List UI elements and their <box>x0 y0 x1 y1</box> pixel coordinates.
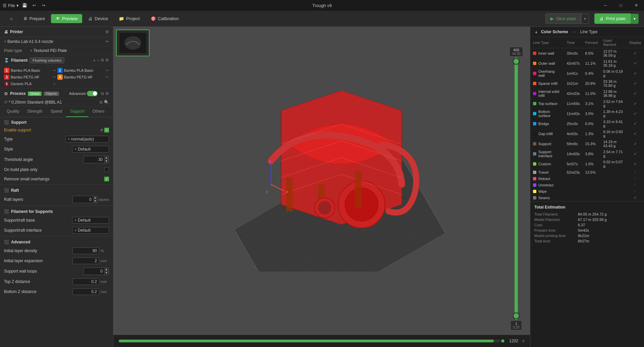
save-icon[interactable]: 💾 <box>21 2 28 9</box>
initial-density-input[interactable] <box>72 247 99 254</box>
col-display-cell[interactable]: ✓ <box>627 58 644 68</box>
col-display-cell[interactable]: ✓ <box>627 175 644 182</box>
display-check[interactable]: ✓ <box>634 71 637 76</box>
enable-support-reset[interactable]: ↺ <box>100 128 103 132</box>
filament-edit-icon[interactable]: ✏ <box>106 75 109 79</box>
tab-strength[interactable]: Strength <box>23 106 46 117</box>
display-check-off[interactable]: ✓ <box>634 183 637 187</box>
display-check[interactable]: ✓ <box>634 131 637 136</box>
minimize-button[interactable]: ─ <box>598 0 613 11</box>
maximize-button[interactable]: □ <box>613 0 629 11</box>
raft-up[interactable]: ▲ <box>93 196 98 199</box>
raft-layers-input[interactable] <box>73 196 93 203</box>
viewport[interactable]: z x y 469 44.00 1 0.20 <box>113 27 530 347</box>
wall-loops-up[interactable]: ▲ <box>104 268 109 271</box>
display-check-off[interactable]: ✓ <box>634 189 637 193</box>
remove-overhangs-checkbox[interactable]: ✓ <box>104 177 109 181</box>
col-display-cell[interactable]: ✓ <box>627 99 644 109</box>
tab-others[interactable]: Others <box>88 106 108 117</box>
col-display-cell[interactable]: ✓ <box>627 182 644 188</box>
display-check-off[interactable]: ✓ <box>634 176 637 180</box>
col-display-cell[interactable]: ✓ <box>627 169 644 175</box>
display-check[interactable]: ✓ <box>634 141 637 146</box>
prepare-tab[interactable]: ⚙ Prepare <box>19 14 50 23</box>
undo-icon[interactable]: ↩ <box>31 2 38 9</box>
col-display-cell[interactable]: ✓ <box>627 119 644 129</box>
slice-dropdown-button[interactable]: ▾ <box>581 14 589 24</box>
project-tab[interactable]: 📁 Project <box>114 14 144 23</box>
col-display-cell[interactable]: ✓ <box>627 194 644 201</box>
display-check[interactable]: ✓ <box>634 162 637 166</box>
bottom-z-input[interactable] <box>72 288 99 295</box>
close-button[interactable]: ✕ <box>629 0 644 11</box>
threshold-input[interactable] <box>84 157 104 163</box>
wall-loops-spinner[interactable]: ▲ ▼ <box>84 268 109 275</box>
slice-plate-button[interactable]: ▶ Slice plate <box>545 13 581 24</box>
display-check[interactable]: ✓ <box>634 101 637 106</box>
wall-loops-down[interactable]: ▼ <box>104 271 109 275</box>
col-display-cell[interactable]: ✓ <box>627 188 644 194</box>
file-menu[interactable]: ☰ File ▾ <box>3 3 19 8</box>
printer-settings-icon[interactable]: ⚙ <box>105 30 109 34</box>
filament-copy-icon[interactable]: ⧉ <box>101 58 104 63</box>
display-check[interactable]: ✓ <box>634 81 637 86</box>
device-tab[interactable]: 🖨 Device <box>84 14 113 23</box>
menu-label[interactable]: File <box>8 3 15 8</box>
on-build-checkbox[interactable] <box>104 167 109 172</box>
redo-icon[interactable]: ↪ <box>40 2 47 9</box>
wall-loops-input[interactable] <box>84 268 104 274</box>
remove-filament-icon[interactable]: − <box>97 58 100 63</box>
layers-icon[interactable]: ≡ <box>522 339 525 343</box>
base-dropdown[interactable]: ▾ Default <box>72 217 109 224</box>
col-display-cell[interactable]: ✓ <box>627 129 644 139</box>
tab-quality[interactable]: Quality <box>3 106 23 117</box>
preview-tab[interactable]: 👁 Preview <box>51 14 82 23</box>
col-display-cell[interactable]: ✓ <box>627 68 644 78</box>
global-tag[interactable]: Global <box>28 92 42 96</box>
style-dropdown[interactable]: ▾ Default <box>72 146 109 153</box>
col-display-cell[interactable]: ✓ <box>627 78 644 89</box>
threshold-spinner[interactable]: ▲ ▼ <box>84 156 109 163</box>
col-display-cell[interactable]: ✓ <box>627 149 644 159</box>
calibration-tab[interactable]: 🎯 Calibration <box>146 14 183 23</box>
flush-volumes-button[interactable]: Flushing volumes <box>30 57 64 63</box>
objects-tag[interactable]: Objects <box>44 92 59 96</box>
col-display-cell[interactable]: ✓ <box>627 159 644 169</box>
col-display-cell[interactable]: ✓ <box>627 48 644 59</box>
initial-expansion-input[interactable] <box>72 257 99 264</box>
filament-settings-icon[interactable]: ⚙ <box>105 58 109 63</box>
thumbnail-1[interactable] <box>116 30 150 56</box>
progress-handle[interactable] <box>500 338 505 344</box>
display-check[interactable]: ✓ <box>634 121 637 126</box>
display-check-off[interactable]: ✓ <box>634 170 637 174</box>
display-check[interactable]: ✓ <box>634 61 637 66</box>
print-dropdown-button[interactable]: ▾ <box>631 14 639 24</box>
profile-search-icon[interactable]: 🔍 <box>104 100 109 105</box>
threshold-down[interactable]: ▼ <box>104 160 109 163</box>
display-check[interactable]: ✓ <box>634 51 637 56</box>
display-check[interactable]: ✓ <box>634 152 637 156</box>
print-plate-button[interactable]: 🖨 Print plate <box>594 13 631 24</box>
interface-dropdown[interactable]: ▾ Default <box>72 227 109 234</box>
filament-edit-icon[interactable]: ✏ <box>106 68 109 73</box>
type-dropdown[interactable]: ▾ normal(auto) <box>65 136 109 142</box>
threshold-up[interactable]: ▲ <box>104 156 109 160</box>
z-slider-track[interactable] <box>515 57 518 320</box>
raft-spinner[interactable]: ▲ ▼ <box>72 196 98 203</box>
process-copy-icon[interactable]: ⧉ <box>101 91 104 96</box>
filament-edit-icon[interactable]: ✏ <box>53 82 56 86</box>
reset-icon[interactable]: ↺ <box>4 100 7 105</box>
collapse-icon[interactable]: ▲ <box>534 30 538 34</box>
col-display-cell[interactable]: ✓ <box>627 109 644 119</box>
filament-edit-icon[interactable]: ✏ <box>53 75 56 79</box>
printer-edit-icon[interactable]: ✏ <box>106 39 109 44</box>
display-check[interactable]: ✓ <box>634 91 637 96</box>
process-settings-icon[interactable]: ⚙ <box>105 91 109 96</box>
col-display-cell[interactable]: ✓ <box>627 89 644 99</box>
advanced-toggle-switch[interactable] <box>87 91 98 96</box>
z-slider-handle-bottom[interactable] <box>513 312 520 319</box>
z-slider-handle-top[interactable] <box>513 58 520 65</box>
tab-speed[interactable]: Speed <box>47 106 66 117</box>
add-filament-icon[interactable]: + <box>93 58 96 63</box>
raft-down[interactable]: ▼ <box>93 199 98 203</box>
